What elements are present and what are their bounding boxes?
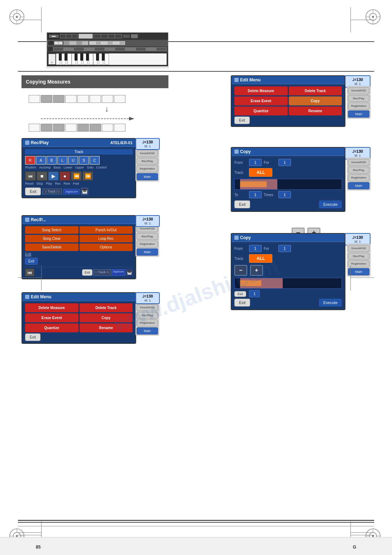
song-clear-btn[interactable]: Song Clear	[25, 235, 78, 242]
track-btn-b-1[interactable]: B	[47, 156, 57, 165]
rename-btn-2[interactable]: Rename	[80, 323, 133, 332]
track-btn-r-1[interactable]: R	[25, 156, 35, 165]
copy-icon-2	[234, 236, 239, 240]
track-selector-1[interactable]: ○ Track / ♪	[42, 189, 62, 194]
copy-track-value[interactable]: ALL	[249, 168, 272, 177]
bottom-gray-bar	[0, 537, 392, 555]
recplay-header-2: Rec/P...	[22, 216, 135, 224]
exit-btn-em1[interactable]: Exit	[234, 117, 250, 124]
transport-rew-1[interactable]: ⏪	[71, 171, 82, 181]
track-btn-s-1[interactable]: S	[79, 156, 89, 165]
side-panel-rp1: Sound/KSD Rec/Play Registration Main	[135, 149, 159, 181]
registration-btn-em2[interactable]: Registration	[137, 319, 158, 327]
quantize-btn-2[interactable]: Quantize	[25, 323, 78, 332]
track-selector-2[interactable]: ○ Track /♪	[93, 269, 111, 276]
registration-btn-rp1[interactable]: Registration	[137, 165, 158, 172]
copy-for-value[interactable]: 1	[278, 159, 291, 166]
copy-for-value-2[interactable]: 1	[278, 245, 291, 252]
transport-play-1[interactable]: ▶	[48, 171, 59, 181]
copy-content-1: From 1 For 1 Track ALL To 1 Times 1 Exit…	[231, 156, 345, 211]
track-labels-strip-1: Rhythm Accomp Bass Lower Upper Solo Cont…	[25, 166, 133, 169]
rec-play-btn-em1[interactable]: Rec/Play	[348, 95, 369, 102]
sound-ksd-btn-cs1[interactable]: Sound/KSD	[348, 159, 369, 166]
rec-play-btn-rp1[interactable]: Rec/Play	[137, 158, 158, 165]
track-btn-a-1[interactable]: A	[36, 156, 46, 165]
edit-menu-header-1: Edit Menu	[231, 76, 345, 84]
punch-in-out-btn[interactable]: Punch In/Out	[80, 226, 133, 234]
copy-from-value[interactable]: 1	[249, 159, 262, 166]
transport-rec-1[interactable]: ●	[59, 171, 70, 181]
recplay-title-1: Rec/Play	[31, 140, 49, 145]
erase-event-btn-2[interactable]: Erase Event	[25, 313, 78, 322]
edit-menu-icon-1	[234, 78, 239, 82]
copy-track-value-2[interactable]: ALL	[249, 254, 272, 263]
main-btn-em2[interactable]: Main	[137, 327, 158, 335]
transport-labels-1: Reset Stop Play Rec Rew Fwd	[25, 182, 133, 185]
registration-btn-rp2[interactable]: Registration	[137, 241, 158, 248]
copy-times-value[interactable]: 1	[278, 191, 291, 198]
digiscore-btn-1[interactable]: DigiScore	[63, 189, 80, 194]
sound-ksd-btn-cs2[interactable]: Sound/KSD	[348, 245, 369, 252]
execute-btn-cs1[interactable]: Execute	[319, 200, 342, 208]
exit-btn-cs1[interactable]: Exit	[234, 200, 250, 208]
edit-text[interactable]: Edit	[25, 252, 31, 256]
quantize-btn-1[interactable]: Quantize	[234, 106, 288, 115]
digiscore-btn-2[interactable]: DigiScore	[112, 269, 125, 276]
main-btn-cs2[interactable]: Main	[348, 268, 369, 275]
registration-btn-cs2[interactable]: Registration	[348, 260, 369, 267]
copy-btn-2[interactable]: Copy	[80, 313, 133, 322]
erase-event-btn-1[interactable]: Erase Event	[234, 96, 288, 105]
exit-btn-rp2b[interactable]: Exit	[82, 269, 92, 276]
options-btn[interactable]: Options	[80, 243, 133, 251]
main-btn-rp1[interactable]: Main	[137, 173, 158, 180]
delete-track-btn-1[interactable]: Delete Track	[289, 86, 342, 95]
recplay-screen-1: Rec/Play ATELIER-01 Track R A B L U S C …	[21, 138, 136, 198]
sound-ksd-btn-em2[interactable]: Sound/KSD	[137, 304, 158, 311]
recplay-screen-2: Rec/P... Song Select Punch In/Out Song C…	[21, 215, 136, 279]
rename-btn-1[interactable]: Rename	[289, 106, 342, 115]
rec-play-btn-cs1[interactable]: Rec/Play	[348, 167, 369, 174]
inner-exit-btn-cs2[interactable]: Exit	[234, 291, 246, 297]
copy-track-row: Track ALL	[234, 168, 342, 177]
exit-btn-rp1[interactable]: Exit	[25, 188, 41, 195]
sound-ksd-btn-em1[interactable]: Sound/KSD	[348, 87, 369, 94]
exit-btn-cs2[interactable]: Exit	[234, 299, 250, 307]
edit-menu-title-1: Edit Menu	[240, 77, 260, 82]
rec-play-btn-rp2[interactable]: Rec/Play	[137, 233, 158, 240]
copy-to-value[interactable]: 1	[249, 191, 262, 198]
delete-track-btn-2[interactable]: Delete Track	[80, 303, 133, 312]
exit-btn-em2[interactable]: Exit	[25, 333, 40, 341]
registration-btn-em1[interactable]: Registration	[348, 103, 369, 110]
delete-measure-btn-1[interactable]: Delete Measure	[234, 86, 288, 95]
song-select-btn[interactable]: Song Select	[25, 226, 78, 234]
sound-ksd-btn-rp1[interactable]: Sound/KSD	[137, 150, 158, 157]
transport-reset-1[interactable]: ⏮	[25, 171, 36, 181]
tempo-value-cs2: ♩=130	[347, 235, 368, 240]
copy-from-value-2[interactable]: 1	[249, 245, 262, 252]
delete-measure-btn-2[interactable]: Delete Measure	[25, 303, 78, 312]
piano-icon-2: 🎹	[126, 269, 133, 276]
plus-btn-cs2[interactable]: +	[250, 265, 263, 276]
main-btn-cs1[interactable]: Main	[348, 182, 369, 189]
mid-page-crosshair-v-r	[350, 265, 351, 290]
registration-btn-cs1[interactable]: Registration	[348, 174, 369, 181]
track-btn-c-1[interactable]: C	[90, 156, 100, 165]
execute-btn-cs2[interactable]: Execute	[319, 299, 342, 307]
main-btn-em1[interactable]: Main	[348, 110, 369, 118]
transport-fwd-1[interactable]: ⏩	[82, 171, 93, 181]
transport-reset-2[interactable]: ⏮	[25, 269, 34, 276]
left-crosshair-h	[18, 20, 41, 20]
save-delete-btn[interactable]: Save/Delete	[25, 243, 78, 251]
track-btn-l-1[interactable]: L	[57, 156, 67, 165]
main-btn-rp2[interactable]: Main	[137, 248, 158, 256]
rec-play-btn-em2[interactable]: Rec/Play	[137, 312, 158, 319]
transport-stop-1[interactable]: ■	[37, 171, 47, 181]
rec-play-btn-cs2[interactable]: Rec/Play	[348, 253, 369, 260]
copy-btn-1[interactable]: Copy	[289, 96, 342, 105]
loop-rec-btn[interactable]: Loop Rec	[80, 235, 133, 242]
copy-screen-1: Copy From 1 For 1 Track ALL To 1 Times 1…	[231, 147, 345, 212]
right-crosshair-h	[351, 20, 374, 20]
track-btn-u-1[interactable]: U	[68, 156, 78, 165]
minus-btn-cs2[interactable]: −	[234, 265, 247, 276]
exit-btn-rp2[interactable]: Exit	[25, 258, 38, 265]
